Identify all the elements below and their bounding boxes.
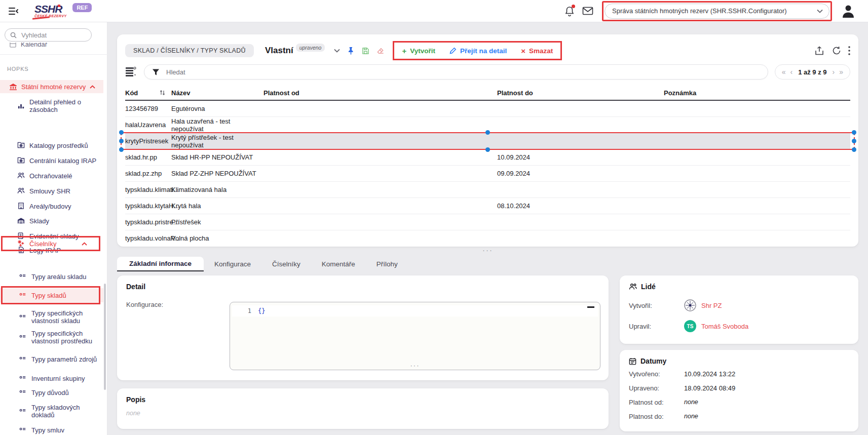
records-table: Kód Název Platnost od Platnost do Poznám… — [125, 86, 850, 255]
editor-resize-icon[interactable]: ··· — [230, 362, 600, 369]
sidebar-item-arealy-budovy[interactable]: Areály/budovy — [0, 202, 103, 210]
export-icon[interactable] — [815, 46, 824, 56]
sidebar-item-typy-spec-vlastnosti-skladu[interactable]: Typy specifických vlastností skladu — [0, 309, 103, 325]
updated-by-row: Upravil: TS Tomáš Svoboda — [629, 320, 849, 332]
table-row[interactable]: typskladu.volnaP... Volná plocha — [125, 230, 850, 246]
sidebar-scrollbar[interactable] — [104, 284, 106, 390]
cell-nazev: Egutérovna — [171, 105, 263, 112]
sidebar-item-typy-parametru-zdroju[interactable]: Typy parametrů zdrojů — [0, 351, 103, 367]
sidebar-item-inventurni-skupiny[interactable]: Inventurní skupiny — [0, 374, 103, 382]
date-row: Vytvořeno: 10.09.2024 13:22 — [629, 368, 849, 379]
fold-icon[interactable] — [587, 306, 594, 308]
first-page-icon[interactable]: « — [782, 68, 786, 75]
sidebar-search-input[interactable] — [20, 31, 78, 39]
create-button[interactable]: + Vytvořit — [402, 47, 435, 55]
people-icon — [17, 172, 25, 180]
mail-icon[interactable] — [582, 7, 593, 15]
sidebar-item-centralni-katalog-irap[interactable]: Centrální katalog IRAP — [0, 156, 103, 165]
popis-card: Popis none — [117, 388, 609, 429]
date-label: Platnost do: — [629, 413, 684, 420]
sidebar-item-sklady[interactable]: Sklady — [0, 217, 103, 225]
date-value: 10.09.2024 13:22 — [684, 370, 735, 378]
context-dropdown[interactable]: Správa státních hmotných rezerv (SHR.SSH… — [605, 4, 829, 19]
table-row[interactable]: 123456789 Egutérovna — [125, 101, 850, 117]
next-page-icon[interactable]: › — [833, 68, 835, 75]
last-page-icon[interactable]: » — [839, 68, 843, 75]
catalog-icon — [17, 141, 25, 149]
editor-line-number: 1 — [232, 307, 258, 314]
cell-kod: typskladu.klimati... — [125, 186, 171, 193]
save-icon[interactable] — [362, 47, 369, 55]
prev-page-icon[interactable]: ‹ — [790, 68, 792, 75]
view-selector[interactable]: Vlastní — [265, 46, 293, 56]
column-header-poznamka: Poznámka — [664, 89, 850, 97]
annotation-handle — [119, 147, 124, 152]
view-options-icon[interactable] — [125, 66, 137, 77]
sidebar-item-smlouvy-shr[interactable]: Smlouvy SHR — [0, 187, 103, 195]
sidebar-item-evidencni-sklady[interactable]: Evidenční sklady — [0, 232, 103, 240]
chevron-down-icon — [817, 9, 823, 13]
json-editor[interactable]: 1 {} ··· — [230, 302, 600, 370]
sidebar-item-ciselniky[interactable]: Číselníky — [0, 240, 103, 248]
sidebar-item-typy-arealu-skladu[interactable]: Typy areálu skladu — [0, 272, 103, 281]
table-row[interactable]: sklad.pz.zhp Sklad PZ-ZHP NEPOUŽÍVAT 09.… — [125, 166, 850, 182]
sidebar-item-typy-spec-vlastnosti-prostredku[interactable]: Typy specifických vlastností prostředku — [0, 329, 103, 345]
sidebar-item-typy-duvodu[interactable]: Typy důvodů — [0, 388, 103, 397]
sidebar-item-label: Kalendář — [21, 43, 47, 48]
table-row[interactable]: typskladu.ktytaH... Krytá hala 08.10.202… — [125, 198, 850, 214]
config-label: Konfigurace: — [126, 301, 163, 308]
sidebar-item-ochranovatele[interactable]: Ochraňovatelé — [0, 172, 103, 180]
eraser-icon[interactable] — [376, 47, 385, 55]
table-row[interactable]: halaUzavrena Hala uzavřená - test nepouž… — [125, 117, 850, 133]
sidebar-item-typy-smluv[interactable]: Typy smluv — [0, 426, 103, 434]
updated-by-user[interactable]: Tomáš Svoboda — [701, 323, 748, 330]
chevron-down-icon[interactable] — [334, 49, 340, 53]
user-avatar-icon[interactable] — [841, 4, 856, 19]
pagination-label: 1 až 9 z 9 — [797, 68, 827, 76]
table-more-icon[interactable]: ··· — [125, 246, 850, 255]
cell-kod: typskladu.volnaP... — [125, 234, 171, 242]
table-row-selected[interactable]: krytyPristresek Krytý přístřešek - test … — [125, 133, 850, 149]
pin-icon[interactable] — [347, 47, 355, 55]
column-header-kod: Kód — [125, 89, 138, 97]
sort-icon[interactable] — [160, 90, 165, 96]
sidebar-item-typy-skladu[interactable]: Typy skladů — [0, 288, 103, 302]
breadcrumb[interactable]: SKLAD / ČÍSELNÍKY / TYPY SKLADŮ — [125, 44, 254, 57]
created-by-label: Vytvořil: — [629, 302, 684, 309]
cell-nazev: Krytý přístřešek - test nepoužívat — [171, 134, 263, 149]
sidebar-item-kalendar-clipped[interactable]: Kalendář — [0, 43, 107, 52]
sidebar-search[interactable] — [5, 28, 92, 42]
sidebar-item-katalogy-prostredku[interactable]: Katalogy prostředků — [0, 141, 103, 149]
environment-badge: REF — [72, 3, 92, 12]
column-header-nazev: Název — [171, 89, 263, 97]
table-search[interactable] — [144, 64, 768, 80]
sidebar-item-label: Evidenční sklady — [29, 232, 100, 240]
sidebar-item-statni-hmotne-rezervy[interactable]: Státní hmotné rezervy — [0, 80, 103, 93]
table-row[interactable]: typskladu.pristre... Přístřešek — [125, 214, 850, 230]
notifications-bell-icon[interactable] — [564, 6, 575, 17]
sidebar-toggle-icon[interactable] — [7, 5, 20, 18]
delete-button[interactable]: × Smazat — [521, 47, 553, 55]
pagination: « ‹ 1 až 9 z 9 › » — [775, 64, 850, 80]
kebab-menu-icon[interactable] — [848, 46, 850, 55]
created-by-user[interactable]: Shr PZ — [701, 302, 722, 309]
refresh-icon[interactable] — [832, 46, 841, 55]
sidebar-item-typy-skladovych-dokladu[interactable]: Typy skladových dokladů — [0, 403, 103, 419]
tab-ciselniky[interactable]: Číselníky — [261, 257, 311, 271]
lide-card: Lidé Vytvořil: Shr PZ Upravil: TS Tomáš … — [620, 275, 858, 344]
table-search-input[interactable] — [165, 68, 760, 76]
goto-detail-button[interactable]: Přejít na detail — [449, 47, 507, 55]
table-row[interactable]: typskladu.klimati... Klimatizovaná hala — [125, 182, 850, 198]
annotation-handle — [119, 139, 124, 143]
tab-konfigurace[interactable]: Konfigurace — [204, 257, 261, 271]
cell-kod: 123456789 — [125, 105, 171, 112]
option-icon — [19, 333, 27, 341]
bank-icon — [9, 83, 17, 91]
table-row[interactable]: sklad.hr.pp Sklad HR-PP NEPOUŽÍVAT 10.09… — [125, 149, 850, 166]
tab-komentare[interactable]: Komentáře — [311, 257, 366, 271]
tab-prilohy[interactable]: Přílohy — [366, 257, 408, 271]
chevron-up-icon — [90, 85, 95, 89]
tab-zakladni-informace[interactable]: Základní informace — [117, 257, 204, 271]
sidebar-item-detailni-prehled[interactable]: Detailní přehled o zásobách — [0, 98, 103, 114]
option-icon — [19, 272, 27, 281]
